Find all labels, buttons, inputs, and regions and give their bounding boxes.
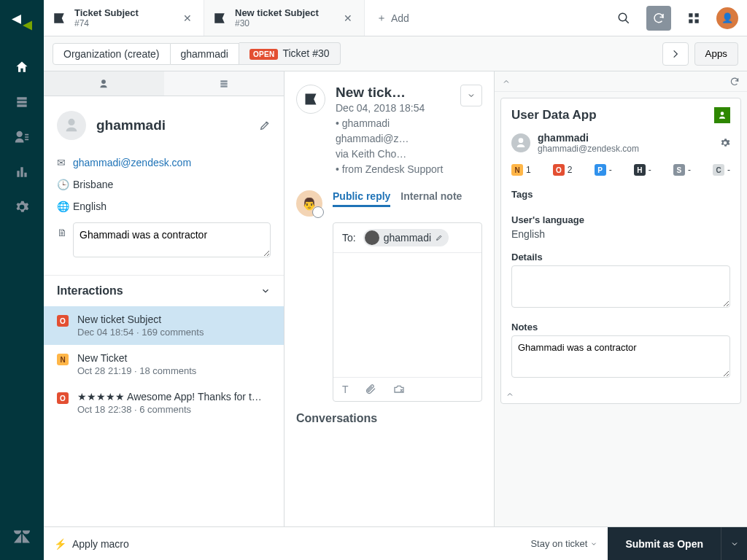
conversation-pane: New tick… Dec 04, 2018 18:54• ghammadi g… <box>285 71 495 560</box>
stat-item[interactable]: P- <box>595 164 612 176</box>
submit-button[interactable]: Submit as Open <box>608 527 721 561</box>
note-icon: 🗎 <box>57 222 73 238</box>
nav-reporting-icon[interactable] <box>7 158 36 187</box>
ticket-icon <box>213 12 228 25</box>
apps-panel: User Data App ghammadi ghammadi@zendesk.… <box>495 71 747 560</box>
tab-ticket-74[interactable]: Ticket Subject#74 ✕ <box>44 0 204 36</box>
interaction-title: ★★★★★ Awesome App! Thanks for t… <box>77 391 271 402</box>
svg-rect-4 <box>695 19 699 23</box>
interaction-meta: Dec 04 18:54 · 169 comments <box>77 327 271 338</box>
internal-note-tab[interactable]: Internal note <box>400 190 462 207</box>
edit-icon[interactable] <box>259 120 271 131</box>
customer-email[interactable]: ghammadi@zendesk.com <box>73 157 191 168</box>
agent-avatar: 👨 <box>296 190 322 217</box>
svg-rect-2 <box>695 13 699 17</box>
svg-rect-3 <box>689 19 692 23</box>
breadcrumb-user[interactable]: ghammadi <box>171 43 239 65</box>
tabs-bar: Ticket Subject#74 ✕ New ticket Subject#3… <box>44 0 747 36</box>
stat-item[interactable]: C- <box>713 164 730 176</box>
details-textarea[interactable] <box>511 265 730 308</box>
apply-macro-button[interactable]: ⚡Apply macro <box>54 538 520 550</box>
app-title: User Data App <box>511 108 597 122</box>
customer-tab-org[interactable] <box>164 71 285 96</box>
brand-logo <box>12 15 32 35</box>
nav-customers-icon[interactable] <box>7 122 36 152</box>
customer-sidebar: ghammadi ✉ghammadi@zendesk.com 🕒Brisbane… <box>44 71 285 560</box>
nav-views-icon[interactable] <box>7 88 36 117</box>
interactions-toggle[interactable]: Interactions <box>44 275 284 306</box>
customer-location: Brisbane <box>73 179 113 190</box>
svg-rect-1 <box>689 13 692 17</box>
recipient-pill[interactable]: ghammadi <box>363 229 449 246</box>
clock-icon: 🕒 <box>57 179 73 190</box>
close-icon[interactable]: ✕ <box>180 9 195 27</box>
app-user-email: ghammadi@zendesk.com <box>538 144 720 154</box>
stat-item[interactable]: O2 <box>553 164 573 176</box>
refresh-icon[interactable] <box>646 6 671 31</box>
nav-home-icon[interactable] <box>7 52 36 82</box>
status-badge: O <box>57 315 69 327</box>
interaction-meta: Oct 28 21:19 · 18 comments <box>77 365 271 376</box>
app-user-name: ghammadi <box>538 132 720 144</box>
to-label: To: <box>342 232 356 244</box>
user-avatar[interactable]: 👤 <box>716 7 738 29</box>
app-user-avatar <box>511 133 530 152</box>
stat-item[interactable]: H- <box>634 164 651 176</box>
stat-item[interactable]: S- <box>673 164 691 176</box>
apps-toggle-button[interactable]: Apps <box>694 42 738 66</box>
mail-icon: ✉ <box>57 157 73 168</box>
customer-notes-textarea[interactable] <box>73 222 271 257</box>
stat-item[interactable]: N1 <box>511 164 531 176</box>
tags-label: Tags <box>511 189 730 200</box>
close-icon[interactable]: ✕ <box>341 9 355 27</box>
gear-icon[interactable] <box>720 138 730 148</box>
ticket-title: New tick… <box>336 85 460 101</box>
conversations-heading: Conversations <box>285 402 494 425</box>
collapse-icon[interactable] <box>502 77 511 86</box>
format-text-icon[interactable]: T <box>342 384 349 395</box>
breadcrumb-bar: Organization (create) ghammadi OPENTicke… <box>44 36 747 71</box>
search-icon[interactable] <box>611 6 636 31</box>
reply-textarea[interactable] <box>333 253 481 377</box>
nav-admin-icon[interactable] <box>7 192 36 222</box>
interaction-item[interactable]: ONew ticket SubjectDec 04 18:54 · 169 co… <box>44 306 284 345</box>
attach-icon[interactable] <box>365 384 376 395</box>
zendesk-glyph-icon[interactable] <box>7 522 36 551</box>
expand-icon[interactable] <box>501 386 740 403</box>
breadcrumb-ticket[interactable]: OPENTicket #30 <box>239 42 341 65</box>
language-value: English <box>511 228 730 240</box>
reply-editor: To: ghammadi T <box>333 222 482 402</box>
insert-icon[interactable] <box>392 384 406 395</box>
tab-ticket-30[interactable]: New ticket Subject#30 ✕ <box>204 0 365 36</box>
status-badge: OPEN <box>249 49 279 60</box>
app-user-icon[interactable] <box>714 107 730 123</box>
notes-textarea[interactable] <box>511 335 730 378</box>
submit-options-button[interactable] <box>721 527 747 561</box>
status-badge: N <box>57 354 69 365</box>
add-tab-button[interactable]: ＋Add <box>365 0 421 36</box>
interaction-item[interactable]: NNew TicketOct 28 21:19 · 18 comments <box>44 345 284 384</box>
customer-tab-user[interactable] <box>44 71 164 96</box>
ticket-footer: ⚡Apply macro Stay on ticket Submit as Op… <box>44 526 747 560</box>
interaction-title: New ticket Subject <box>77 314 271 325</box>
tab-subtitle: #30 <box>235 18 341 28</box>
apps-grid-icon[interactable] <box>681 6 706 31</box>
details-label: Details <box>511 252 730 262</box>
customer-name: ghammadi <box>96 117 259 133</box>
reload-icon[interactable] <box>729 77 740 87</box>
breadcrumb-org[interactable]: Organization (create) <box>53 43 171 65</box>
stay-on-ticket-button[interactable]: Stay on ticket <box>520 538 608 549</box>
breadcrumb-next-button[interactable] <box>662 42 689 66</box>
ticket-icon <box>53 12 67 25</box>
public-reply-tab[interactable]: Public reply <box>333 190 390 207</box>
ticket-options-button[interactable] <box>460 85 482 106</box>
chevron-down-icon <box>260 286 271 296</box>
interaction-meta: Oct 18 22:38 · 6 comments <box>77 404 271 415</box>
tab-title: New ticket Subject <box>235 7 341 18</box>
interaction-item[interactable]: O★★★★★ Awesome App! Thanks for t…Oct 18 … <box>44 384 284 422</box>
language-label: User's language <box>511 214 730 225</box>
ticket-icon <box>296 85 325 114</box>
customer-language: English <box>73 201 107 212</box>
tab-title: Ticket Subject <box>74 7 180 18</box>
tab-subtitle: #74 <box>74 18 180 28</box>
